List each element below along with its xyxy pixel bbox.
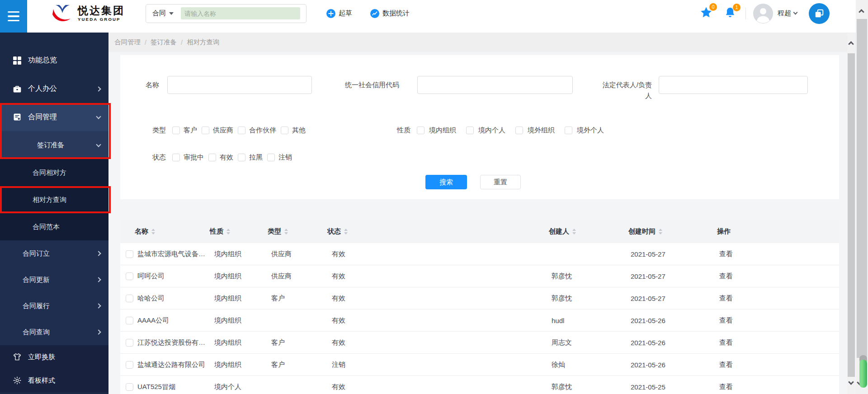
checkbox[interactable] — [238, 127, 245, 134]
view-link[interactable]: 查看 — [719, 361, 733, 368]
workspace-switcher-button[interactable] — [809, 3, 830, 24]
view-link[interactable]: 查看 — [719, 250, 733, 258]
user-menu[interactable]: 程超 — [778, 9, 797, 18]
column-header[interactable]: 状态 — [327, 227, 549, 236]
scroll-indicator[interactable] — [859, 360, 867, 388]
sort-icon[interactable] — [226, 229, 230, 235]
sidebar-item-contract-update[interactable]: 合同更新 — [0, 267, 108, 293]
checkbox[interactable] — [208, 154, 216, 161]
filter-option[interactable]: 注销 — [267, 153, 292, 162]
checkbox[interactable] — [172, 154, 180, 161]
checkbox-label: 供应商 — [213, 126, 233, 135]
checkbox[interactable] — [238, 154, 245, 161]
sort-icon[interactable] — [572, 229, 576, 235]
sort-icon[interactable] — [344, 229, 348, 235]
column-header[interactable]: 性质 — [210, 227, 268, 236]
sort-icon[interactable] — [659, 229, 662, 235]
sidebar-item-counterparty-query[interactable]: 相对方查询 — [0, 186, 108, 213]
search-category-dropdown[interactable]: 合同 — [152, 9, 174, 18]
checkbox[interactable] — [565, 127, 572, 134]
search-button[interactable]: 搜索 — [425, 175, 467, 189]
scroll-up-arrow-icon[interactable] — [859, 9, 864, 15]
filter-option[interactable]: 拉黑 — [238, 153, 263, 162]
view-link[interactable]: 查看 — [719, 383, 733, 390]
column-header[interactable]: 创建人 — [549, 227, 628, 236]
checkbox[interactable] — [172, 127, 180, 134]
view-link[interactable]: 查看 — [719, 294, 733, 302]
sidebar-item-contract-performance[interactable]: 合同履行 — [0, 293, 108, 319]
view-link[interactable]: 查看 — [719, 272, 733, 280]
user-avatar[interactable] — [753, 4, 773, 23]
filter-option[interactable]: 供应商 — [202, 126, 233, 135]
checkbox[interactable] — [515, 127, 523, 134]
sidebar-item-contract-query[interactable]: 合同查询 — [0, 319, 108, 345]
view-link[interactable]: 查看 — [719, 316, 733, 324]
column-header[interactable]: 操作 — [717, 227, 839, 236]
filter-option[interactable]: 其他 — [281, 126, 306, 135]
checkbox[interactable] — [267, 154, 275, 161]
draft-button[interactable]: 起草 — [326, 9, 352, 18]
breadcrumb-item[interactable]: 相对方查询 — [187, 38, 220, 47]
row-checkbox[interactable] — [126, 361, 133, 369]
sort-icon[interactable] — [284, 229, 288, 235]
filter-option[interactable]: 境内个人 — [466, 126, 505, 135]
row-checkbox[interactable] — [126, 250, 133, 258]
user-name-label: 程超 — [778, 9, 791, 18]
column-header[interactable]: 名称 — [135, 227, 210, 236]
table-row: 盐城通达公路有限公司 境内组织 客户 注销 徐灿 2021-05-26 查看 — [120, 354, 839, 376]
sidebar-item-board-style[interactable]: 看板样式 — [0, 369, 108, 392]
sidebar-item-signing-preparation[interactable]: 签订准备 — [0, 131, 108, 159]
chart-circle-icon — [370, 9, 379, 18]
filter-option[interactable]: 客户 — [172, 126, 197, 135]
column-header[interactable]: 类型 — [268, 227, 327, 236]
breadcrumb-item[interactable]: 合同管理 — [114, 38, 141, 47]
row-checkbox[interactable] — [126, 317, 133, 324]
filter-option[interactable]: 境内组织 — [417, 126, 456, 135]
sidebar-item-change-skin[interactable]: 立即换肤 — [0, 345, 108, 369]
notifications-button[interactable]: 1 — [724, 6, 736, 21]
sidebar-item-contract-conclusion[interactable]: 合同订立 — [0, 240, 108, 267]
sidebar-item-personal-office[interactable]: 个人办公 — [0, 75, 108, 103]
sort-icon[interactable] — [151, 229, 155, 235]
row-checkbox[interactable] — [126, 383, 133, 391]
filter-option[interactable]: 审批中 — [172, 153, 204, 162]
reset-button[interactable]: 重置 — [480, 175, 521, 189]
favorites-button[interactable]: 0 — [699, 6, 713, 21]
table-body: 盐城市宏源电气设备安装... 境内组织 供应商 有效 2021-05-27 查看… — [120, 243, 839, 394]
legal-rep-field[interactable] — [659, 76, 808, 94]
sidebar-item-function-overview[interactable]: 功能总览 — [0, 46, 108, 75]
breadcrumb-item[interactable]: 签订准备 — [151, 38, 177, 47]
statistics-button[interactable]: 数据统计 — [370, 9, 410, 18]
tshirt-icon — [13, 352, 22, 361]
cell-nature: 境内组织 — [210, 294, 268, 303]
column-header[interactable]: 创建时间 — [628, 227, 717, 236]
page-scrollbar[interactable] — [856, 0, 868, 394]
filter-option[interactable]: 有效 — [208, 153, 233, 162]
row-checkbox[interactable] — [126, 272, 133, 280]
sidebar-item-contract-counterparty[interactable]: 合同相对方 — [0, 159, 108, 186]
cell-created: 2021-05-27 — [628, 295, 717, 302]
content-scrollbar[interactable] — [847, 33, 855, 394]
sidebar-item-contract-template[interactable]: 合同范本 — [0, 213, 108, 240]
menu-toggle-button[interactable] — [0, 0, 27, 33]
view-link[interactable]: 查看 — [719, 338, 733, 346]
cell-type: 供应商 — [268, 250, 327, 258]
checkbox[interactable] — [202, 127, 209, 134]
cell-creator: 周志文 — [549, 338, 628, 347]
scroll-down-arrow-icon[interactable] — [848, 379, 854, 385]
checkbox[interactable] — [281, 127, 288, 134]
row-checkbox[interactable] — [126, 339, 133, 347]
filter-option[interactable]: 境外组织 — [515, 126, 555, 135]
filter-option[interactable]: 境外个人 — [565, 126, 604, 135]
content-scrollbar-thumb[interactable] — [848, 53, 855, 377]
page-scrollbar-thumb[interactable] — [857, 19, 867, 358]
credit-code-field[interactable] — [417, 76, 573, 94]
name-field[interactable] — [167, 76, 312, 94]
search-input[interactable] — [181, 7, 300, 19]
filter-option[interactable]: 合作伙伴 — [238, 126, 276, 135]
scroll-up-arrow-icon[interactable] — [848, 41, 854, 47]
checkbox[interactable] — [466, 127, 474, 134]
checkbox[interactable] — [417, 127, 425, 134]
row-checkbox[interactable] — [126, 295, 133, 302]
sidebar-item-contract-management[interactable]: 合同管理 — [0, 103, 108, 131]
